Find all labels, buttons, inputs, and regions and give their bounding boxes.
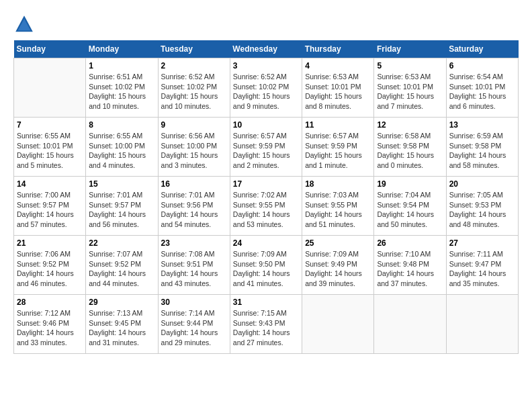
calendar-week-row: 21Sunrise: 7:06 AMSunset: 9:52 PMDayligh… — [14, 236, 519, 295]
calendar-cell: 26Sunrise: 7:10 AMSunset: 9:48 PMDayligh… — [374, 236, 446, 295]
calendar-cell: 21Sunrise: 7:06 AMSunset: 9:52 PMDayligh… — [14, 236, 86, 295]
day-number: 11 — [305, 120, 371, 130]
calendar-cell: 7Sunrise: 6:55 AMSunset: 10:01 PMDayligh… — [14, 118, 86, 177]
calendar-cell: 25Sunrise: 7:09 AMSunset: 9:49 PMDayligh… — [302, 236, 374, 295]
day-info: Sunrise: 7:04 AMSunset: 9:54 PMDaylight:… — [377, 190, 443, 230]
day-number: 30 — [161, 298, 227, 307]
day-number: 1 — [89, 61, 154, 71]
day-info: Sunrise: 7:15 AMSunset: 9:43 PMDaylight:… — [233, 308, 299, 348]
calendar-week-row: 14Sunrise: 7:00 AMSunset: 9:57 PMDayligh… — [14, 177, 519, 236]
weekday-header: Friday — [374, 40, 446, 58]
calendar-week-row: 28Sunrise: 7:12 AMSunset: 9:46 PMDayligh… — [14, 295, 519, 354]
day-number: 18 — [305, 179, 371, 189]
day-info: Sunrise: 6:58 AMSunset: 9:58 PMDaylight:… — [377, 131, 443, 171]
day-number: 20 — [449, 179, 515, 189]
day-number: 17 — [233, 179, 299, 189]
calendar-cell: 2Sunrise: 6:52 AMSunset: 10:02 PMDayligh… — [158, 58, 230, 118]
day-number: 28 — [17, 298, 83, 307]
day-number: 15 — [89, 179, 154, 189]
calendar-cell: 14Sunrise: 7:00 AMSunset: 9:57 PMDayligh… — [14, 177, 86, 236]
calendar-cell: 12Sunrise: 6:58 AMSunset: 9:58 PMDayligh… — [374, 118, 446, 177]
day-info: Sunrise: 6:56 AMSunset: 10:00 PMDaylight… — [161, 131, 227, 171]
day-info: Sunrise: 7:14 AMSunset: 9:44 PMDaylight:… — [161, 308, 227, 348]
calendar-cell: 10Sunrise: 6:57 AMSunset: 9:59 PMDayligh… — [230, 118, 302, 177]
calendar-cell: 20Sunrise: 7:05 AMSunset: 9:53 PMDayligh… — [446, 177, 518, 236]
day-number: 10 — [233, 120, 299, 130]
day-info: Sunrise: 7:09 AMSunset: 9:49 PMDaylight:… — [305, 249, 371, 289]
calendar-cell: 22Sunrise: 7:07 AMSunset: 9:52 PMDayligh… — [86, 236, 158, 295]
weekday-header: Saturday — [446, 40, 518, 58]
day-info: Sunrise: 7:08 AMSunset: 9:51 PMDaylight:… — [161, 249, 227, 289]
calendar-cell — [446, 295, 518, 354]
day-info: Sunrise: 6:55 AMSunset: 10:01 PMDaylight… — [17, 131, 83, 171]
day-number: 29 — [89, 298, 154, 307]
calendar-cell: 13Sunrise: 6:59 AMSunset: 9:58 PMDayligh… — [446, 118, 518, 177]
calendar-cell: 5Sunrise: 6:53 AMSunset: 10:01 PMDayligh… — [374, 58, 446, 118]
day-info: Sunrise: 7:13 AMSunset: 9:45 PMDaylight:… — [89, 308, 154, 348]
day-info: Sunrise: 7:01 AMSunset: 9:56 PMDaylight:… — [161, 190, 227, 230]
day-number: 7 — [17, 120, 83, 130]
calendar-week-row: 7Sunrise: 6:55 AMSunset: 10:01 PMDayligh… — [14, 118, 519, 177]
day-number: 22 — [89, 238, 154, 248]
calendar-cell: 31Sunrise: 7:15 AMSunset: 9:43 PMDayligh… — [230, 295, 302, 354]
calendar-week-row: 1Sunrise: 6:51 AMSunset: 10:02 PMDayligh… — [14, 58, 519, 118]
day-number: 24 — [233, 238, 299, 248]
day-info: Sunrise: 7:12 AMSunset: 9:46 PMDaylight:… — [17, 308, 83, 348]
day-info: Sunrise: 7:02 AMSunset: 9:55 PMDaylight:… — [233, 190, 299, 230]
day-info: Sunrise: 6:59 AMSunset: 9:58 PMDaylight:… — [449, 131, 515, 171]
page-header — [13, 13, 519, 35]
day-info: Sunrise: 7:03 AMSunset: 9:55 PMDaylight:… — [305, 190, 371, 230]
day-number: 27 — [449, 238, 515, 248]
logo-icon — [13, 13, 35, 35]
day-info: Sunrise: 6:54 AMSunset: 10:01 PMDaylight… — [449, 72, 515, 111]
logo — [13, 13, 38, 35]
calendar-cell — [302, 295, 374, 354]
calendar-cell: 17Sunrise: 7:02 AMSunset: 9:55 PMDayligh… — [230, 177, 302, 236]
calendar-cell: 1Sunrise: 6:51 AMSunset: 10:02 PMDayligh… — [86, 58, 158, 118]
day-number: 6 — [449, 61, 515, 71]
calendar-cell: 29Sunrise: 7:13 AMSunset: 9:45 PMDayligh… — [86, 295, 158, 354]
day-number: 3 — [233, 61, 299, 71]
day-number: 23 — [161, 238, 227, 248]
day-number: 26 — [377, 238, 443, 248]
day-info: Sunrise: 7:10 AMSunset: 9:48 PMDaylight:… — [377, 249, 443, 289]
calendar-cell — [374, 295, 446, 354]
calendar-cell: 4Sunrise: 6:53 AMSunset: 10:01 PMDayligh… — [302, 58, 374, 118]
day-number: 2 — [161, 61, 227, 71]
day-number: 8 — [89, 120, 154, 130]
day-info: Sunrise: 6:57 AMSunset: 9:59 PMDaylight:… — [233, 131, 299, 171]
day-info: Sunrise: 6:52 AMSunset: 10:02 PMDaylight… — [233, 72, 299, 111]
day-number: 16 — [161, 179, 227, 189]
day-number: 13 — [449, 120, 515, 130]
day-info: Sunrise: 6:53 AMSunset: 10:01 PMDaylight… — [305, 72, 371, 111]
calendar-cell: 15Sunrise: 7:01 AMSunset: 9:57 PMDayligh… — [86, 177, 158, 236]
day-number: 21 — [17, 238, 83, 248]
day-info: Sunrise: 6:52 AMSunset: 10:02 PMDaylight… — [161, 72, 227, 111]
day-info: Sunrise: 7:00 AMSunset: 9:57 PMDaylight:… — [17, 190, 83, 230]
day-number: 12 — [377, 120, 443, 130]
calendar-cell: 27Sunrise: 7:11 AMSunset: 9:47 PMDayligh… — [446, 236, 518, 295]
day-number: 4 — [305, 61, 371, 71]
calendar-cell: 11Sunrise: 6:57 AMSunset: 9:59 PMDayligh… — [302, 118, 374, 177]
day-number: 14 — [17, 179, 83, 189]
day-info: Sunrise: 7:11 AMSunset: 9:47 PMDaylight:… — [449, 249, 515, 289]
day-info: Sunrise: 7:09 AMSunset: 9:50 PMDaylight:… — [233, 249, 299, 289]
weekday-header: Tuesday — [158, 40, 230, 58]
calendar-cell: 9Sunrise: 6:56 AMSunset: 10:00 PMDayligh… — [158, 118, 230, 177]
day-number: 31 — [233, 298, 299, 307]
weekday-header: Thursday — [302, 40, 374, 58]
calendar-cell — [14, 58, 86, 118]
calendar-cell: 3Sunrise: 6:52 AMSunset: 10:02 PMDayligh… — [230, 58, 302, 118]
calendar-cell: 23Sunrise: 7:08 AMSunset: 9:51 PMDayligh… — [158, 236, 230, 295]
calendar-cell: 18Sunrise: 7:03 AMSunset: 9:55 PMDayligh… — [302, 177, 374, 236]
weekday-header-row: SundayMondayTuesdayWednesdayThursdayFrid… — [14, 40, 519, 58]
day-number: 25 — [305, 238, 371, 248]
day-info: Sunrise: 6:51 AMSunset: 10:02 PMDaylight… — [89, 72, 154, 111]
calendar-cell: 19Sunrise: 7:04 AMSunset: 9:54 PMDayligh… — [374, 177, 446, 236]
calendar-cell: 28Sunrise: 7:12 AMSunset: 9:46 PMDayligh… — [14, 295, 86, 354]
weekday-header: Sunday — [14, 40, 86, 58]
day-number: 19 — [377, 179, 443, 189]
day-info: Sunrise: 7:05 AMSunset: 9:53 PMDaylight:… — [449, 190, 515, 230]
day-info: Sunrise: 7:06 AMSunset: 9:52 PMDaylight:… — [17, 249, 83, 289]
calendar-cell: 8Sunrise: 6:55 AMSunset: 10:00 PMDayligh… — [86, 118, 158, 177]
